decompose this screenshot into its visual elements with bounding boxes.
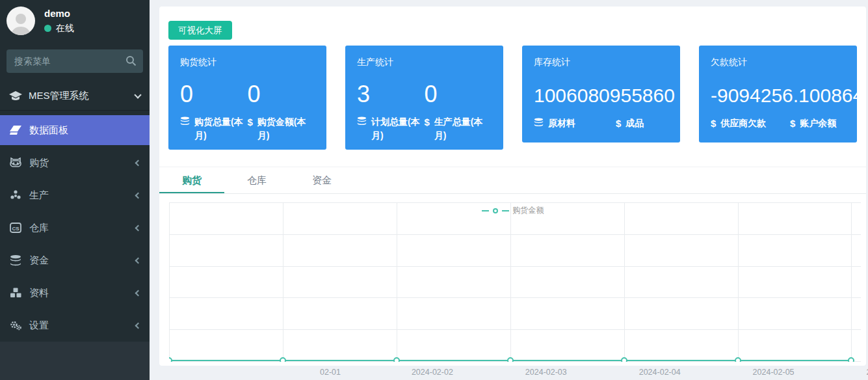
gridline-vertical bbox=[397, 202, 397, 361]
card-title: 库存统计 bbox=[534, 57, 668, 68]
sidebar-item-label: 生产 bbox=[29, 189, 49, 202]
gridline-vertical bbox=[851, 202, 852, 361]
chevron-left-icon bbox=[135, 159, 142, 166]
card-value: 0 bbox=[425, 81, 492, 107]
database-icon bbox=[534, 118, 544, 128]
data-point-marker bbox=[848, 357, 854, 362]
dollar-icon: $ bbox=[425, 116, 430, 128]
gridline-vertical bbox=[510, 202, 511, 361]
gridline-horizontal bbox=[169, 266, 861, 267]
card-value: -9094256.1008644 bbox=[711, 84, 857, 107]
card-title: 购货统计 bbox=[180, 57, 315, 68]
dashboard-icon bbox=[9, 126, 22, 135]
card-value: 0 bbox=[180, 81, 248, 107]
user-status: 在线 bbox=[44, 23, 74, 34]
gridline-horizontal bbox=[169, 234, 861, 235]
tab-purchase[interactable]: 购货 bbox=[159, 167, 224, 193]
legend-line-icon bbox=[482, 210, 489, 211]
sidebar-item-label: 设置 bbox=[29, 319, 49, 332]
stat-card-production: 生产统计 3 0 计划总量(本月) $ 生产总量(本月) bbox=[345, 46, 503, 150]
x-axis-tick-label: 2024-02-03 bbox=[525, 368, 567, 377]
chevron-down-icon bbox=[134, 91, 141, 98]
card-metric: $ 供应商欠款 bbox=[711, 116, 790, 130]
card-metric-label: 供应商欠款 bbox=[720, 116, 766, 130]
sidebar-item-label: 资料 bbox=[29, 287, 49, 299]
stat-card-arrears: 欠款统计 -9094256.1008644 $ 供应商欠款 $ 账户余额 bbox=[699, 46, 857, 142]
user-icon bbox=[8, 9, 34, 35]
purchase-icon bbox=[9, 157, 22, 168]
data-point-marker bbox=[280, 357, 286, 362]
card-metric: $ 生产总量(本月) bbox=[425, 115, 492, 142]
gridline-vertical bbox=[738, 202, 739, 361]
production-icon bbox=[9, 190, 22, 200]
sidebar-item-mes-root[interactable]: MES管理系统 bbox=[0, 82, 150, 111]
sidebar-item-funds[interactable]: 资金 bbox=[0, 245, 150, 275]
gridline-vertical bbox=[283, 202, 283, 361]
card-metric-label: 计划总量(本月) bbox=[371, 115, 425, 142]
svg-text:CS: CS bbox=[12, 226, 20, 232]
graduation-cap-icon bbox=[9, 91, 22, 102]
online-dot-icon bbox=[44, 25, 51, 32]
card-metric-label: 购货金额(本月) bbox=[257, 115, 315, 142]
data-point-marker bbox=[507, 357, 514, 362]
chevron-left-icon bbox=[135, 290, 142, 296]
x-axis-tick-label: 2024-02-02 bbox=[412, 368, 453, 377]
card-metric: 原材料 bbox=[534, 116, 616, 130]
sidebar-item-label: 资金 bbox=[29, 254, 49, 267]
sidebar-item-settings[interactable]: 设置 bbox=[0, 310, 150, 340]
data-point-marker bbox=[393, 357, 400, 362]
gridline-vertical bbox=[624, 202, 625, 361]
card-value: 3 bbox=[357, 81, 425, 107]
user-name: demo bbox=[44, 8, 74, 19]
card-metric: 计划总量(本月) bbox=[357, 115, 425, 142]
tab-warehouse[interactable]: 仓库 bbox=[224, 167, 289, 193]
stat-card-purchase: 购货统计 0 0 购货总量(本月) $ 购货金额(本月) bbox=[168, 46, 326, 150]
sidebar-item-warehouse[interactable]: CS 仓库 bbox=[0, 213, 150, 243]
card-metric: $ 成品 bbox=[616, 116, 644, 130]
search-input[interactable] bbox=[7, 49, 143, 73]
gridline-horizontal bbox=[169, 202, 861, 203]
tab-funds[interactable]: 资金 bbox=[289, 167, 354, 193]
warehouse-icon: CS bbox=[9, 223, 22, 233]
card-metric-label: 购货总量(本月) bbox=[194, 115, 248, 142]
materials-cubes-icon bbox=[9, 288, 22, 298]
sidebar-item-production[interactable]: 生产 bbox=[0, 180, 150, 210]
sidebar-item-label: 购货 bbox=[29, 157, 49, 169]
sidebar-item-materials[interactable]: 资料 bbox=[0, 278, 150, 308]
chevron-left-icon bbox=[135, 322, 142, 329]
search-icon[interactable] bbox=[125, 55, 137, 66]
main-content: 可视化大屏 购货统计 0 0 购货总量(本月) $ 购货金额(本月) bbox=[150, 0, 868, 380]
sidebar-item-label: 数据面板 bbox=[29, 124, 68, 137]
card-value: 0 bbox=[248, 81, 315, 107]
legend-line-icon bbox=[502, 210, 509, 211]
database-icon bbox=[357, 116, 367, 126]
chart-plot bbox=[169, 202, 866, 362]
card-metric-label: 账户余额 bbox=[800, 116, 836, 130]
user-panel: demo 在线 bbox=[0, 0, 150, 44]
sidebar-item-dashboard[interactable]: 数据面板 bbox=[0, 115, 150, 145]
chevron-left-icon bbox=[135, 257, 142, 264]
dollar-icon: $ bbox=[616, 118, 621, 129]
card-metric: $ 账户余额 bbox=[790, 116, 836, 130]
card-metric: 购货总量(本月) bbox=[180, 115, 248, 142]
settings-gears-icon bbox=[9, 320, 22, 331]
sidebar-item-purchase[interactable]: 购货 bbox=[0, 148, 150, 178]
search-box bbox=[7, 49, 143, 73]
sidebar: demo 在线 MES管理系统 bbox=[0, 0, 150, 380]
sidebar-footer bbox=[0, 342, 150, 380]
chart-legend[interactable]: 购货金额 bbox=[159, 205, 866, 216]
legend-circle-icon bbox=[493, 208, 498, 213]
visualization-big-screen-button[interactable]: 可视化大屏 bbox=[168, 21, 232, 40]
database-icon bbox=[180, 116, 190, 126]
x-axis-tick-label: 2024-02-05 bbox=[753, 368, 795, 377]
chart-x-axis: 02-012024-02-022024-02-032024-02-042024-… bbox=[309, 366, 868, 380]
user-status-label: 在线 bbox=[56, 23, 74, 34]
avatar[interactable] bbox=[7, 7, 35, 35]
sidebar-item-label: MES管理系统 bbox=[29, 90, 89, 102]
x-axis-tick-label: 02-01 bbox=[320, 368, 341, 377]
funds-database-icon bbox=[9, 255, 22, 266]
card-metric-label: 原材料 bbox=[548, 116, 575, 130]
gridline-horizontal bbox=[169, 361, 861, 362]
card-metric-label: 生产总量(本月) bbox=[434, 115, 492, 142]
card-metric-label: 成品 bbox=[625, 116, 644, 130]
